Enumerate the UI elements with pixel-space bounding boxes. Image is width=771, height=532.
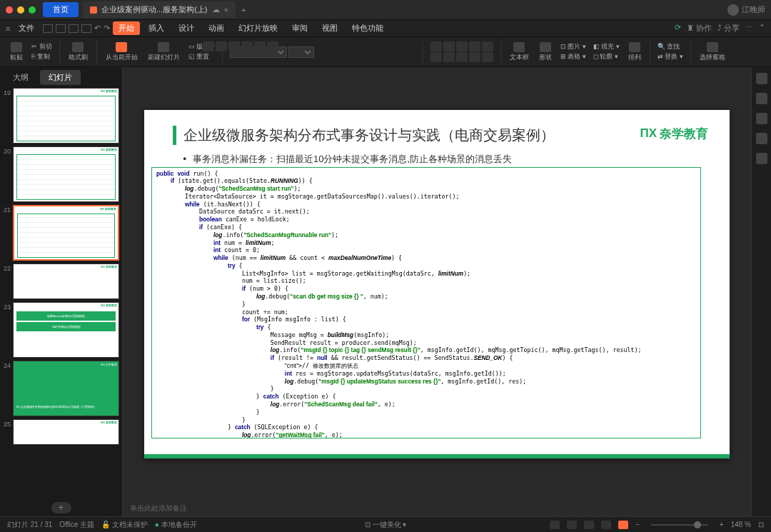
fontsize-select[interactable] <box>288 46 314 58</box>
add-slide-button[interactable]: + <box>51 502 71 513</box>
slide-thumb-20[interactable]: NX 奈学教育 <box>13 146 119 202</box>
rb-icon-2[interactable] <box>756 93 767 104</box>
zoom-level[interactable]: 148 % <box>731 521 751 528</box>
align-center-button[interactable] <box>443 52 455 62</box>
menu-slideshow[interactable]: 幻灯片放映 <box>233 21 283 35</box>
slide-bullet: 事务消息补漏任务：扫描最近10分钟未提交事务消息,防止各种场景的消息丢失 <box>193 153 512 166</box>
chevron-up-icon[interactable]: ⌃ <box>759 23 765 34</box>
notes-placeholder[interactable]: 单击此处添加备注 <box>123 501 751 516</box>
thumbnails-list[interactable]: 19NX 奈学教育 20NX 奈学教育 21NX 奈学教育 22NX 奈学教育 … <box>0 88 122 499</box>
strike-button[interactable] <box>241 41 253 51</box>
select-pane-button[interactable]: 选择窗格 <box>695 41 730 64</box>
align-left-button[interactable] <box>430 52 442 62</box>
view-reading-button[interactable] <box>601 521 611 529</box>
replace-button[interactable]: ⇄ 替换 ▾ <box>657 52 683 61</box>
slide-title: 企业级微服务架构分布式事务设计与实践（电商交易案例） <box>173 126 555 145</box>
slide-thumb-24[interactable]: NX 奈学教育05.企业微服务架构跨国际化多IDC部署设计与实践（百度案例） <box>13 361 119 416</box>
align-right-button[interactable] <box>456 52 468 62</box>
rb-icon-4[interactable] <box>756 133 767 144</box>
fontcolor-button[interactable] <box>254 41 266 51</box>
user-avatar[interactable] <box>727 4 739 16</box>
code-box: public void run() { if (state.get().equa… <box>151 167 701 438</box>
copy-button[interactable]: ⎘ 复制 <box>31 52 52 61</box>
highlight-button[interactable] <box>267 41 278 51</box>
menu-insert[interactable]: 插入 <box>143 21 170 35</box>
shape-button[interactable]: 形状 <box>535 41 556 64</box>
indent-dec-button[interactable] <box>456 41 468 51</box>
slide-thumb-22[interactable]: NX 奈学教育 <box>13 264 119 299</box>
arrange-button[interactable]: 排列 <box>624 41 645 64</box>
outline-button[interactable]: ◻ 轮廓 ▾ <box>593 52 620 61</box>
zoom-in-button[interactable]: + <box>720 521 724 528</box>
numbering-button[interactable] <box>443 41 455 51</box>
slide-thumb-19[interactable]: NX 奈学教育 <box>13 88 119 144</box>
menu-view[interactable]: 视图 <box>316 21 343 35</box>
beautify-button[interactable]: ⊡ 一键美化 ▾ <box>365 520 407 530</box>
image-button[interactable]: ⊡ 图片 ▾ <box>560 42 586 51</box>
menu-design[interactable]: 设计 <box>173 21 200 35</box>
undo-icon[interactable]: ↶ <box>94 24 101 33</box>
menu-review[interactable]: 审阅 <box>286 21 313 35</box>
textbox-button[interactable]: 文本框 <box>505 41 533 64</box>
rb-icon-1[interactable] <box>756 73 767 84</box>
close-tab-icon[interactable]: × <box>224 6 228 14</box>
slide-panel: 大纲 幻灯片 19NX 奈学教育 20NX 奈学教育 21NX 奈学教育 22N… <box>0 67 123 516</box>
align-justify-button[interactable] <box>469 52 480 62</box>
maximize-window-icon[interactable] <box>29 6 36 14</box>
redo-icon[interactable]: ↷ <box>104 24 110 33</box>
start-from-button[interactable]: 从当前开始 <box>101 41 142 64</box>
slide-thumb-21[interactable]: NX 奈学教育 <box>13 205 119 261</box>
indent-inc-button[interactable] <box>469 41 480 51</box>
share-button[interactable]: ⤴ 分享 <box>717 23 740 34</box>
rb-icon-5[interactable] <box>756 153 767 164</box>
view-sorter-button[interactable] <box>584 521 594 529</box>
sync-icon[interactable]: ⟳ <box>675 23 681 34</box>
bold-button[interactable] <box>203 41 214 51</box>
menu-start[interactable]: 开始 <box>113 21 140 35</box>
underline-button[interactable] <box>228 41 240 51</box>
toolbar-icon-4[interactable] <box>81 24 91 33</box>
view-normal-button[interactable] <box>567 521 577 529</box>
menu-file[interactable]: 文件 <box>13 21 40 35</box>
format-brush-button[interactable]: 格式刷 <box>64 41 92 64</box>
home-tab[interactable]: 首页 <box>43 2 79 17</box>
cut-button[interactable]: ✂ 剪切 <box>31 42 52 51</box>
paste-button[interactable]: 粘贴 <box>6 41 27 64</box>
more-icon[interactable]: ⋯ <box>745 23 753 34</box>
tab-slides[interactable]: 幻灯片 <box>40 70 81 85</box>
menu-features[interactable]: 特色功能 <box>346 21 389 35</box>
tab-outline[interactable]: 大纲 <box>4 70 37 85</box>
backup-status[interactable]: ● 本地备份开 <box>155 520 197 530</box>
table-button[interactable]: ⊞ 表格 ▾ <box>560 52 586 61</box>
zoom-out-button[interactable]: − <box>635 521 640 528</box>
document-tab[interactable]: 企业级案例驱动...服务架构(上) ☁ × <box>83 1 236 18</box>
zoom-slider[interactable] <box>651 524 708 526</box>
rb-icon-3[interactable] <box>756 113 767 124</box>
new-tab-button[interactable]: + <box>241 6 246 14</box>
italic-button[interactable] <box>216 41 227 51</box>
slide-viewport[interactable]: 企业级微服务架构分布式事务设计与实践（电商交易案例） ΠX奈学教育 事务消息补漏… <box>123 67 751 501</box>
toolbar-icon-3[interactable] <box>69 24 79 33</box>
new-slide-button[interactable]: 新建幻灯片 <box>143 41 184 64</box>
bullets-button[interactable] <box>430 41 442 51</box>
slide-thumb-25[interactable]: NX 奈学教育 <box>13 419 119 445</box>
minimize-window-icon[interactable] <box>17 6 24 14</box>
toolbar-icon-2[interactable] <box>56 24 66 33</box>
find-button[interactable]: 🔍 查找 <box>657 42 683 51</box>
slide-content[interactable]: 企业级微服务架构分布式事务设计与实践（电商交易案例） ΠX奈学教育 事务消息补漏… <box>144 110 730 458</box>
fit-button[interactable]: ⊡ <box>758 521 764 528</box>
lineheight-button[interactable] <box>482 41 493 51</box>
columns-button[interactable] <box>482 52 493 62</box>
slide-thumb-23[interactable]: NX 奈学教育场景Akavos架构设计思维模型CAP架构设计思维模型 <box>13 302 119 358</box>
reset-button[interactable]: ◱ 重置 <box>188 52 215 61</box>
fill-button[interactable]: ◧ 填充 ▾ <box>593 42 620 51</box>
protect-status[interactable]: 🔓 文档未保护 <box>101 520 148 530</box>
view-notes-button[interactable] <box>550 521 560 529</box>
slide-logo: ΠX奈学教育 <box>640 126 708 142</box>
view-slideshow-button[interactable] <box>618 521 628 529</box>
close-window-icon[interactable] <box>6 6 13 14</box>
coop-button[interactable]: ♜ 协作 <box>687 23 712 34</box>
menu-animation[interactable]: 动画 <box>203 21 230 35</box>
toolbar-icon-1[interactable] <box>43 24 53 33</box>
app-menu-icon[interactable]: ≡ <box>6 24 10 33</box>
